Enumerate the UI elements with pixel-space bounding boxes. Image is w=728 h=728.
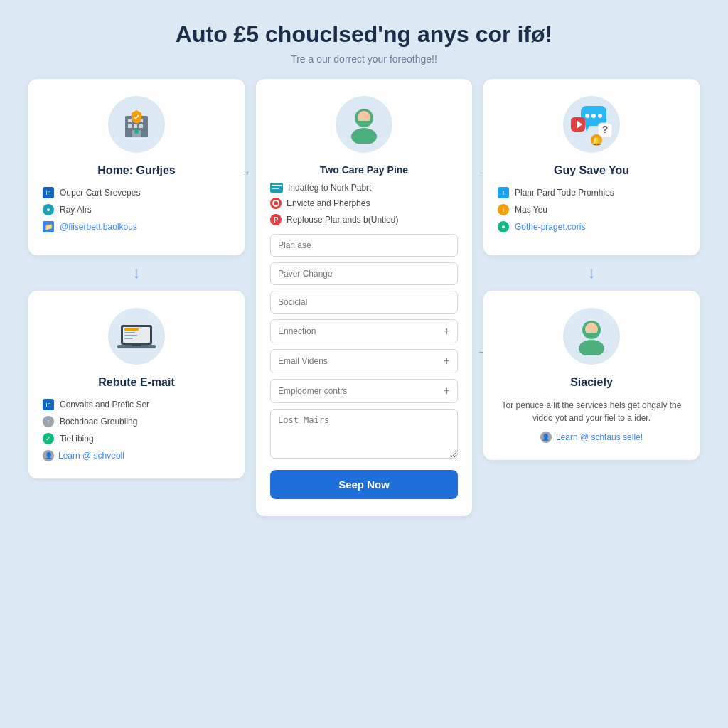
linkedin-icon: in bbox=[43, 187, 54, 198]
laptop-icon bbox=[117, 322, 156, 350]
form-field-paver[interactable] bbox=[270, 262, 458, 285]
list-item: ↑ Bochdoad Greubling bbox=[43, 416, 230, 427]
feature-icon-3: P bbox=[270, 214, 282, 225]
feature-icon-2 bbox=[270, 198, 282, 209]
card-rebute: Rebute E-mait in Convaits and Prefic Ser… bbox=[28, 291, 245, 478]
svg-rect-22 bbox=[272, 188, 279, 189]
card1-list: in Ouper Cart Srevepes ● Ray Alrs 📁 @fii… bbox=[43, 187, 230, 232]
arrow-down-col1: ↓ bbox=[28, 264, 245, 282]
card-middle-form: Two Care Pay Pine Indatteg to Nork Pabrt… bbox=[256, 79, 472, 516]
form-field-employer-row[interactable]: + bbox=[270, 379, 458, 403]
svg-rect-21 bbox=[272, 185, 282, 186]
main-grid: Home: Gurłjes in Ouper Cart Srevepes ● R… bbox=[28, 79, 700, 516]
list-item: ✓ Tiel ibing bbox=[43, 433, 230, 444]
form-field-ennection[interactable] bbox=[278, 326, 444, 336]
svg-rect-12 bbox=[124, 332, 135, 333]
form-card-title: Two Care Pay Pine bbox=[270, 164, 458, 176]
person-avatar-circle bbox=[336, 96, 392, 153]
svg-point-18 bbox=[351, 128, 377, 144]
arrow-right-1: → bbox=[237, 164, 252, 181]
card2-list: in Convaits and Prefic Ser ↑ Bochdoad Gr… bbox=[43, 399, 230, 444]
svg-text:?: ? bbox=[602, 124, 609, 135]
upload-icon: ↑ bbox=[43, 416, 54, 427]
learn-link-row: 👤 Learn @ schveoll bbox=[43, 450, 230, 461]
card-siaciely: Siaciely Tor penuce a lit the services h… bbox=[483, 291, 700, 460]
feature-item-3: P Replouse Plar ands b(Untied) bbox=[270, 214, 458, 225]
svg-rect-16 bbox=[132, 345, 141, 346]
svg-text:P: P bbox=[274, 216, 279, 224]
form-field-email-row[interactable]: + bbox=[270, 349, 458, 373]
learn-link-row-2: 👤 Learn @ schtaus selle! bbox=[498, 432, 685, 443]
svg-point-40 bbox=[579, 340, 604, 355]
green-link-icon: ● bbox=[498, 221, 509, 232]
card-home: Home: Gurłjes in Ouper Cart Srevepes ● R… bbox=[28, 79, 245, 255]
twitter-icon: t bbox=[498, 187, 509, 198]
card2-title: Rebute E-mait bbox=[43, 376, 230, 389]
feature-item-1: Indatteg to Nork Pabrt bbox=[270, 183, 458, 193]
list-item: in Convaits and Prefic Ser bbox=[43, 399, 230, 410]
svg-rect-4 bbox=[128, 124, 132, 128]
svg-rect-13 bbox=[124, 335, 137, 336]
chat-notification-icon: ? 🔔 bbox=[567, 103, 616, 146]
form-field-email[interactable] bbox=[278, 356, 444, 366]
feature-item-2: Envicte and Pherphes bbox=[270, 198, 458, 209]
svg-point-31 bbox=[598, 114, 602, 118]
card1-title: Home: Gurłjes bbox=[43, 164, 230, 177]
chat-icons-circle: ? 🔔 bbox=[563, 96, 620, 153]
list-item: 📁 @fiiserbett.baolkous bbox=[43, 221, 230, 232]
plus-icon-2[interactable]: + bbox=[444, 355, 450, 367]
folder-icon: 📁 bbox=[43, 221, 54, 232]
page-title: Auto £5 chouclsed'ng anys cor ifø! bbox=[28, 21, 700, 48]
svg-rect-5 bbox=[134, 124, 137, 128]
form-field-employer[interactable] bbox=[278, 386, 444, 396]
svg-point-29 bbox=[585, 114, 589, 118]
features-list: Indatteg to Nork Pabrt Envicte and Pherp… bbox=[270, 183, 458, 225]
building-shield-icon bbox=[118, 106, 155, 143]
card-guy-save: ? 🔔 Guy Save You t Planr Pard Tode Promh… bbox=[483, 79, 700, 255]
svg-rect-6 bbox=[139, 124, 143, 128]
list-item: t Planr Pard Tode Promhies bbox=[498, 187, 685, 198]
svg-rect-14 bbox=[124, 338, 133, 339]
info-icon: i bbox=[498, 204, 509, 215]
list-item: ● Gothe-praget.coris bbox=[498, 221, 685, 232]
person2-icon-circle bbox=[563, 308, 620, 365]
plus-icon-3[interactable]: + bbox=[444, 385, 450, 397]
circle-icon: ● bbox=[43, 204, 54, 215]
list-item: ● Ray Alrs bbox=[43, 204, 230, 215]
svg-point-8 bbox=[134, 129, 139, 134]
col3: ? 🔔 Guy Save You t Planr Pard Tode Promh… bbox=[483, 79, 700, 460]
svg-point-30 bbox=[592, 114, 596, 118]
svg-point-25 bbox=[274, 201, 278, 205]
svg-rect-11 bbox=[124, 328, 139, 331]
svg-marker-32 bbox=[585, 126, 589, 132]
form-field-plan[interactable] bbox=[270, 234, 458, 257]
person2-avatar-icon bbox=[572, 317, 611, 355]
page-subtitle: Tre a our dorrect your foreothge!! bbox=[28, 53, 700, 65]
linkedin-icon2: in bbox=[43, 399, 54, 410]
submit-button[interactable]: Seep Now bbox=[270, 470, 458, 499]
card4-title: Siaciely bbox=[498, 376, 685, 389]
person-icon-small2: 👤 bbox=[540, 432, 552, 443]
form-field-social[interactable] bbox=[270, 291, 458, 314]
check-icon: ✓ bbox=[43, 433, 54, 444]
home-icon-circle bbox=[108, 96, 165, 153]
laptop-icon-circle bbox=[108, 308, 165, 365]
feature-icon-1 bbox=[270, 183, 283, 193]
col1: Home: Gurłjes in Ouper Cart Srevepes ● R… bbox=[28, 79, 245, 478]
card4-description: Tor penuce a lit the services hels get o… bbox=[498, 399, 685, 424]
svg-text:🔔: 🔔 bbox=[592, 135, 602, 146]
plus-icon-1[interactable]: + bbox=[444, 326, 450, 337]
page-header: Auto £5 chouclsed'ng anys cor ifø! Tre a… bbox=[28, 21, 700, 65]
person-icon-small: 👤 bbox=[43, 450, 54, 461]
arrow-down-col3: ↓ bbox=[483, 264, 700, 282]
form-textarea-lost[interactable] bbox=[270, 409, 458, 459]
card3-title: Guy Save You bbox=[498, 164, 685, 177]
svg-rect-1 bbox=[128, 119, 132, 122]
list-item: i Mas Yeu bbox=[498, 204, 685, 215]
form-field-ennection-row[interactable]: + bbox=[270, 319, 458, 343]
card3-list: t Planr Pard Tode Promhies i Mas Yeu ● G… bbox=[498, 187, 685, 232]
list-item: in Ouper Cart Srevepes bbox=[43, 187, 230, 198]
person-avatar-icon bbox=[345, 105, 383, 144]
